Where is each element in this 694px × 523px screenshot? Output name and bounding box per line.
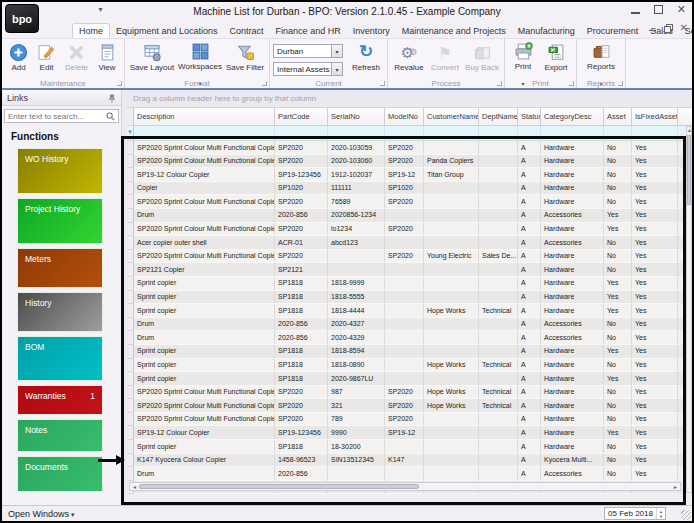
cell-categorydesc[interactable]: Hardware xyxy=(541,291,604,305)
export-button[interactable]: Export xyxy=(539,41,573,77)
cell-description[interactable]: SP2020 Sprint Colour Multi Functional Co… xyxy=(134,250,275,264)
cell-isfixedasset[interactable]: Yes xyxy=(632,345,678,359)
cell-modelno[interactable]: SP1020 xyxy=(385,182,424,196)
cell-categorydesc[interactable]: Hardware xyxy=(541,263,604,277)
tab-home[interactable]: Home xyxy=(72,23,110,38)
cell-partcode[interactable]: SP1818 xyxy=(275,291,328,305)
cell-serialno[interactable] xyxy=(328,263,385,277)
cell-serialno[interactable]: 2020-4329 xyxy=(328,331,385,345)
row-indicator[interactable] xyxy=(127,467,134,481)
cell-partcode[interactable]: SP2020 xyxy=(275,155,328,169)
table-row[interactable]: SP2020 Sprint Colour Multi Functional Co… xyxy=(127,141,692,155)
cell-description[interactable]: SP2020 Sprint Colour Multi Functional Co… xyxy=(134,155,275,169)
table-row[interactable]: Drum2020-8562020856-1234AAccessoriesYesY… xyxy=(127,209,692,223)
cell-modelno[interactable] xyxy=(385,345,424,359)
row-indicator[interactable] xyxy=(127,372,134,386)
convert-button[interactable]: ⚑ Convert xyxy=(428,41,462,77)
scroll-up-icon[interactable]: ▲ xyxy=(687,127,691,134)
cell-deptname[interactable] xyxy=(479,263,518,277)
cell-partcode[interactable]: SP1818 xyxy=(275,372,328,386)
table-row[interactable]: Acer copier outer shellACR-01abcd123AAcc… xyxy=(127,236,692,250)
cell-deptname[interactable] xyxy=(479,223,518,237)
cell-customername[interactable] xyxy=(424,277,479,291)
cell-description[interactable]: Sprint copier xyxy=(134,277,275,291)
cell-deptname[interactable] xyxy=(479,331,518,345)
cell-categorydesc[interactable]: Hardware xyxy=(541,155,604,169)
cell-isfixedasset[interactable]: Yes xyxy=(632,291,678,305)
filter-cell-deptname[interactable] xyxy=(479,126,518,141)
function-button-documents[interactable]: Documents xyxy=(17,456,103,492)
cell-serialno[interactable]: 1912-102037 xyxy=(328,168,385,182)
cell-partcode[interactable]: SP2020 xyxy=(275,223,328,237)
cell-status[interactable]: A xyxy=(518,413,541,427)
row-indicator[interactable] xyxy=(127,209,134,223)
cell-serialno[interactable]: 2020-103059 xyxy=(328,141,385,155)
cell-categorydesc[interactable]: Hardware xyxy=(541,440,604,454)
cell-serialno[interactable]: 9990 xyxy=(328,426,385,440)
cell-modelno[interactable]: SP2020 xyxy=(385,195,424,209)
cell-modelno[interactable] xyxy=(385,372,424,386)
cell-status[interactable]: A xyxy=(518,250,541,264)
table-row[interactable]: SP2020 Sprint Colour Multi Functional Co… xyxy=(127,195,692,209)
cell-modelno[interactable] xyxy=(385,277,424,291)
filter-cell-categorydesc[interactable] xyxy=(541,126,604,141)
tab-manufacturing[interactable]: Manufacturing xyxy=(512,24,581,38)
cell-description[interactable]: Sprint copier xyxy=(134,440,275,454)
row-indicator[interactable] xyxy=(127,399,134,413)
cell-status[interactable]: A xyxy=(518,195,541,209)
view-button[interactable]: View xyxy=(93,41,121,77)
tab-equipment-and-locations[interactable]: Equipment and Locations xyxy=(110,24,224,38)
cell-customername[interactable] xyxy=(424,223,479,237)
cell-description[interactable]: Copier xyxy=(134,182,275,196)
filter-cell-asset[interactable] xyxy=(604,126,632,141)
cell-description[interactable]: SP2020 Sprint Colour Multi Functional Co… xyxy=(134,413,275,427)
cell-description[interactable]: SP19-12 Colour Copier xyxy=(134,168,275,182)
cell-partcode[interactable]: SP2020 xyxy=(275,141,328,155)
row-indicator[interactable] xyxy=(127,413,134,427)
cell-deptname[interactable] xyxy=(479,168,518,182)
cell-categorydesc[interactable]: Hardware xyxy=(541,195,604,209)
cell-isfixedasset[interactable]: Yes xyxy=(632,236,678,250)
cell-asset[interactable]: No xyxy=(604,263,632,277)
cell-partcode[interactable]: SP1818 xyxy=(275,359,328,373)
cell-modelno[interactable] xyxy=(385,467,424,481)
cell-isfixedasset[interactable]: Yes xyxy=(632,223,678,237)
cell-categorydesc[interactable]: Hardware xyxy=(541,413,604,427)
cell-asset[interactable]: No xyxy=(604,195,632,209)
cell-isfixedasset[interactable]: Yes xyxy=(632,440,678,454)
cell-modelno[interactable]: SP2020 xyxy=(385,155,424,169)
dialog-launcher-icon[interactable] xyxy=(497,81,502,86)
cell-categorydesc[interactable]: Hardware xyxy=(541,372,604,386)
cell-categorydesc[interactable]: Hardware xyxy=(541,426,604,440)
cell-categorydesc[interactable]: Hardware xyxy=(541,399,604,413)
cell-description[interactable]: SP2020 Sprint Colour Multi Functional Co… xyxy=(134,386,275,400)
cell-isfixedasset[interactable]: Yes xyxy=(632,155,678,169)
cell-asset[interactable]: Yes xyxy=(604,223,632,237)
cell-customername[interactable]: Panda Copiers xyxy=(424,155,479,169)
cell-partcode[interactable]: SP2020 xyxy=(275,386,328,400)
cell-customername[interactable] xyxy=(424,291,479,305)
table-row[interactable]: Sprint copierSP181818-30200AHardwareNoYe… xyxy=(127,440,692,454)
cell-deptname[interactable] xyxy=(479,182,518,196)
cell-categorydesc[interactable]: Hardware xyxy=(541,277,604,291)
cell-status[interactable]: A xyxy=(518,331,541,345)
filter-cell-partcode[interactable] xyxy=(275,126,328,141)
cell-status[interactable]: A xyxy=(518,141,541,155)
cell-customername[interactable] xyxy=(424,209,479,223)
function-button-wo-history[interactable]: WO History xyxy=(17,148,103,194)
cell-deptname[interactable] xyxy=(479,195,518,209)
cell-asset[interactable]: Yes xyxy=(604,209,632,223)
cell-asset[interactable]: No xyxy=(604,318,632,332)
table-row[interactable]: Sprint copierSP18181818-4444Hope WorksTe… xyxy=(127,304,692,318)
cell-asset[interactable]: No xyxy=(604,168,632,182)
cell-deptname[interactable] xyxy=(479,155,518,169)
row-indicator[interactable] xyxy=(127,155,134,169)
cell-status[interactable]: A xyxy=(518,454,541,468)
cell-categorydesc[interactable]: Hardware xyxy=(541,359,604,373)
filter-cell-modelno[interactable] xyxy=(385,126,424,141)
column-header-modelno[interactable]: ModelNo xyxy=(385,108,424,126)
cell-serialno[interactable]: 2020856-1234 xyxy=(328,209,385,223)
cell-status[interactable]: A xyxy=(518,440,541,454)
table-row[interactable]: SP2020 Sprint Colour Multi Functional Co… xyxy=(127,413,692,427)
cell-serialno[interactable]: 321 xyxy=(328,399,385,413)
